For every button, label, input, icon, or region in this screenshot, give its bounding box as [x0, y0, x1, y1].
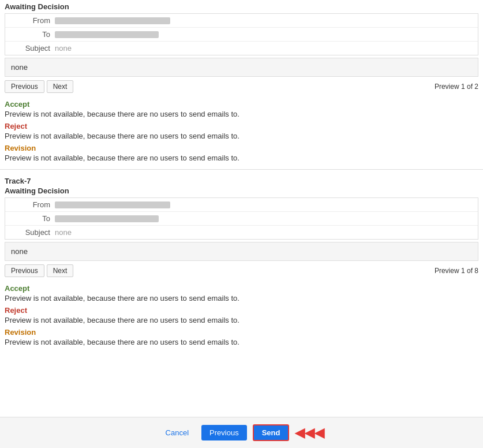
track2-from-label: From — [9, 200, 55, 209]
track2-accept-msg: Preview is not available, because there … — [5, 294, 478, 303]
track1-subject-row: Subject none — [5, 42, 478, 55]
track2-subject-value: none — [55, 228, 474, 237]
track2-reject-label: Reject — [5, 306, 478, 315]
track1-nav-buttons: Previous Next — [5, 80, 73, 93]
track2-to-label: To — [9, 214, 55, 223]
track2-body: none — [5, 242, 478, 261]
track2-awaiting-label: Awaiting Decision — [5, 186, 69, 195]
track2-subject-label: Subject — [9, 228, 55, 237]
track2-to-row: To — [5, 212, 478, 226]
track1-statuses: Accept Preview is not available, because… — [0, 96, 483, 165]
track1-preview-info: Preview 1 of 2 — [435, 83, 478, 91]
track1-to-value — [55, 31, 159, 38]
track1-from-row: From — [5, 14, 478, 28]
track1-subject-value: none — [55, 44, 474, 53]
track2-next-button[interactable]: Next — [47, 264, 74, 277]
track2-accept-label: Accept — [5, 284, 478, 293]
track1-email-form: From To Subject none — [5, 13, 478, 55]
track1-reject-label: Reject — [5, 122, 478, 130]
track2-revision-msg: Preview is not available, because there … — [5, 338, 478, 346]
track2-from-value — [55, 201, 170, 208]
track1-from-value — [55, 17, 170, 24]
track2-prev-button[interactable]: Previous — [5, 264, 44, 277]
divider1 — [0, 169, 483, 170]
track1-accept-msg: Preview is not available, because there … — [5, 110, 478, 118]
track2-nav-buttons: Previous Next — [5, 264, 73, 277]
track2-from-row: From — [5, 198, 478, 212]
track2-email-form: From To Subject none — [5, 197, 478, 240]
track2-to-value — [55, 215, 159, 222]
track1-body: none — [5, 58, 478, 77]
track2-statuses: Accept Preview is not available, because… — [0, 281, 483, 349]
track2-preview-info: Preview 1 of 8 — [435, 267, 478, 275]
track1-revision-label: Revision — [5, 144, 478, 152]
track1-next-button[interactable]: Next — [47, 80, 74, 93]
track1-reject-msg: Preview is not available, because there … — [5, 132, 478, 140]
track2-revision-label: Revision — [5, 328, 478, 337]
track2-reject-msg: Preview is not available, because there … — [5, 316, 478, 324]
track1-subject-label: Subject — [9, 44, 55, 53]
track2-track-label: Track-7 — [5, 177, 31, 185]
track1-awaiting-label: Awaiting Decision — [5, 2, 69, 11]
track2-nav-row: Previous Next Preview 1 of 8 — [5, 263, 478, 278]
track1-from-label: From — [9, 16, 55, 25]
track2-subject-row: Subject none — [5, 226, 478, 239]
track1-accept-label: Accept — [5, 100, 478, 109]
track1-revision-msg: Preview is not available, because there … — [5, 154, 478, 162]
track1-nav-row: Previous Next Preview 1 of 2 — [5, 79, 478, 94]
track1-to-row: To — [5, 28, 478, 42]
track1-prev-button[interactable]: Previous — [5, 80, 44, 93]
track1-to-label: To — [9, 30, 55, 39]
